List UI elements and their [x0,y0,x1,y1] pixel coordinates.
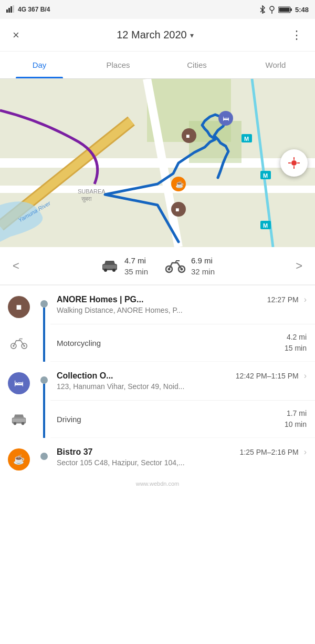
timeline-dot-1 [40,300,48,308]
svg-rect-16 [189,121,242,163]
transport-segment-2: Driving 1.7 mi 10 min [0,401,315,438]
svg-rect-3 [13,5,14,13]
svg-rect-44 [103,265,117,269]
svg-point-47 [168,268,171,270]
svg-rect-1 [8,8,10,13]
next-route-button[interactable]: > [291,255,307,277]
date-dropdown-arrow[interactable]: ▾ [190,31,194,39]
chevron-1: › [304,295,307,304]
svg-text:M: M [263,222,268,229]
place-time-1: 12:27 PM › [267,295,307,304]
header-title: 12 March 2020 ▾ [117,29,193,41]
entry-icon-col-2: 🛏 [0,362,38,401]
status-right: 5:48 [259,5,309,14]
chevron-3: › [304,447,307,457]
svg-point-55 [22,422,25,425]
status-time: 5:48 [295,6,309,14]
tab-world[interactable]: World [236,52,315,78]
car-info: 4.7 mi 35 min [124,255,148,277]
place-name-1: ANORE Homes | PG... [57,295,143,304]
svg-point-4 [270,6,274,11]
map-container: Yamuna River M M M SUBAREA सुबरा ■ ☕ [0,79,315,247]
svg-rect-56 [13,418,26,422]
seg-icon-col-1 [0,324,38,362]
close-button[interactable]: × [8,24,24,46]
entry-content-2[interactable]: Collection O... 12:42 PM–1:15 PM › 123, … [50,362,315,401]
svg-point-43 [112,269,116,272]
timeline-entry-3: ☕ Bistro 37 1:25 PM–2:16 PM › Sector 105… [0,438,315,476]
svg-point-52 [24,345,25,346]
svg-text:M: M [244,136,249,142]
header-date: 12 March 2020 [117,29,186,41]
svg-text:■: ■ [186,132,190,140]
svg-text:🛏: 🛏 [223,115,229,122]
seg-mode-1: Motorcycling [57,339,101,347]
timeline-dot-2 [40,376,48,384]
entry-icon-col-1: ■ [0,285,38,324]
seg-mode-2: Driving [57,415,81,424]
place-name-2: Collection O... [57,371,113,381]
transport-segment-1: Motorcycling 4.2 mi 15 min [0,324,315,362]
entry-content-3[interactable]: Bistro 37 1:25 PM–2:16 PM › Sector 105 C… [50,438,315,476]
header: × 12 March 2020 ▾ ⋮ [0,19,315,52]
anore-homes-icon: ■ [8,296,30,318]
status-left-text: 4G 367 B/4 [18,6,50,13]
seg-line-1 [43,324,45,362]
place-row-3: Bistro 37 1:25 PM–2:16 PM › [57,447,307,457]
tabs-bar: Day Places Cities World [0,52,315,79]
tab-cities[interactable]: Cities [158,52,236,78]
status-left: 4G 367 B/4 [6,5,50,14]
entry-line-col-2 [38,362,50,401]
timeline-entry-1: ■ ANORE Homes | PG... 12:27 PM › Walking… [0,285,315,324]
timeline-entry-2: 🛏 Collection O... 12:42 PM–1:15 PM › 123… [0,362,315,401]
svg-rect-8 [290,8,292,11]
transport-bar: < 4.7 mi 35 min [0,247,315,285]
entry-icon-col-3: ☕ [0,438,38,476]
seg-icon-col-2 [0,401,38,438]
entry-line-col-3 [38,438,50,476]
svg-rect-7 [279,7,289,12]
svg-text:SUBAREA: SUBAREA [78,188,106,195]
place-row-2: Collection O... 12:42 PM–1:15 PM › [57,371,307,381]
tab-day[interactable]: Day [0,52,79,78]
tab-places[interactable]: Places [79,52,158,78]
chevron-2: › [304,371,307,381]
place-time-2: 12:42 PM–1:15 PM › [236,371,307,381]
timeline-line-1 [43,308,45,324]
car-transport-option[interactable]: 4.7 mi 35 min [100,255,148,277]
seg-line-2 [43,401,45,438]
place-row-1: ANORE Homes | PG... 12:27 PM › [57,295,307,304]
svg-point-51 [13,345,14,346]
svg-text:M: M [263,172,268,179]
seg-line-col-1 [38,324,50,362]
place-name-3: Bistro 37 [57,447,92,457]
svg-text:सुबरा: सुबरा [81,196,92,202]
watermark: www.webdn.com [0,476,315,491]
motorcycle-transport-option[interactable]: 6.9 mi 32 min [165,255,215,277]
svg-text:☕: ☕ [175,180,184,189]
timeline-dot-3 [40,453,48,460]
seg-distance-2: 1.7 mi 10 min [285,408,307,430]
seg-content-1[interactable]: Motorcycling 4.2 mi 15 min [50,324,315,362]
prev-route-button[interactable]: < [8,255,24,277]
place-address-3: Sector 105 C48, Hazipur, Sector 104,... [57,458,307,467]
more-button[interactable]: ⋮ [287,24,307,46]
svg-point-48 [181,268,183,270]
bistro-icon: ☕ [8,448,30,471]
seg-distance-1: 4.2 mi 15 min [285,332,307,354]
seg-content-2[interactable]: Driving 1.7 mi 10 min [50,401,315,438]
map-location-button[interactable] [280,149,308,177]
entry-content-1[interactable]: ANORE Homes | PG... 12:27 PM › Walking D… [50,285,315,324]
place-time-3: 1:25 PM–2:16 PM › [240,447,307,457]
transport-options: 4.7 mi 35 min 6.9 mi 32 min [24,255,291,277]
entry-line-col-1 [38,285,50,324]
network-info [6,5,16,14]
seg-line-col-2 [38,401,50,438]
svg-text:■: ■ [175,206,179,213]
status-bar: 4G 367 B/4 5:48 [0,0,315,19]
timeline-line-2 [43,384,45,401]
timeline-list: ■ ANORE Homes | PG... 12:27 PM › Walking… [0,285,315,476]
place-address-2: 123, Hanuman Vihar, Sector 49, Noid... [57,382,307,391]
place-address-1: Walking Distance, ANORE Homes, P... [57,306,307,314]
svg-rect-0 [6,9,8,13]
